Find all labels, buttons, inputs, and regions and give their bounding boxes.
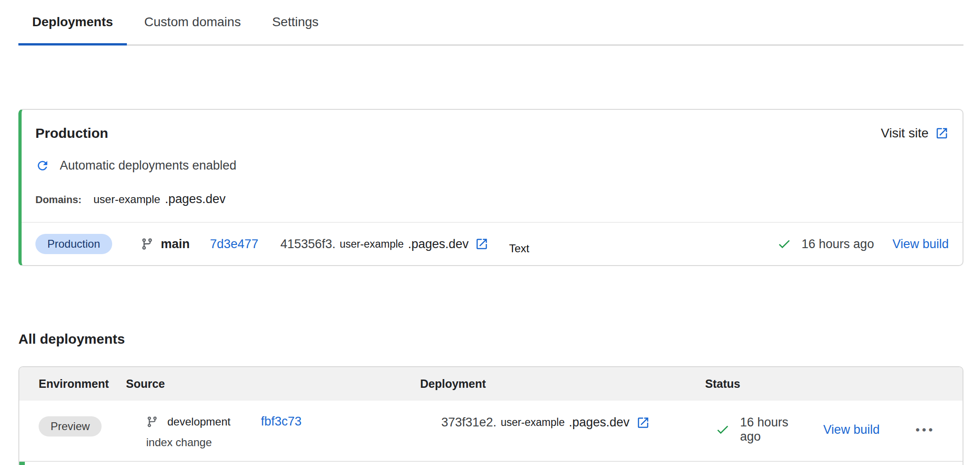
domain-name: user-example: [93, 193, 160, 206]
table-row: Preview development fbf3c73 index change…: [19, 401, 963, 461]
commit-message: Text: [509, 242, 529, 255]
column-header-source: Source: [126, 377, 420, 391]
column-header-status: Status: [705, 377, 963, 391]
refresh-icon: [35, 159, 50, 173]
column-header-environment: Environment: [39, 377, 126, 391]
tab-bar: Deployments Custom domains Settings: [18, 0, 963, 45]
branch-name: development: [167, 415, 230, 428]
domains-label: Domains:: [35, 194, 81, 206]
deployment-time: 16 hours ago: [740, 415, 789, 444]
environment-badge-production: Production: [35, 234, 112, 254]
next-row-green-accent: [19, 462, 25, 465]
external-link-icon: [935, 126, 949, 140]
git-branch-icon: [146, 416, 158, 428]
deployments-page: Deployments Custom domains Settings Prod…: [0, 0, 980, 465]
production-card: Production Visit site Automatic deployme…: [18, 109, 963, 266]
branch-name: main: [161, 237, 190, 251]
deployment-url-prefix: 415356f3.: [280, 237, 336, 251]
tab-custom-domains[interactable]: Custom domains: [131, 12, 255, 45]
tab-settings[interactable]: Settings: [258, 12, 332, 45]
visit-site-label: Visit site: [881, 126, 929, 141]
production-deployment-row: Production main 7d3e477 415356f3. user-e…: [22, 223, 963, 265]
environment-badge-preview: Preview: [39, 416, 102, 437]
commit-link[interactable]: 7d3e477: [210, 237, 258, 251]
deployments-table: Environment Source Deployment Status Pre…: [18, 366, 963, 465]
deployment-url-name: user-example: [501, 416, 564, 429]
view-build-link[interactable]: View build: [823, 423, 880, 437]
tab-deployments[interactable]: Deployments: [18, 12, 127, 45]
open-deployment-icon[interactable]: [636, 416, 650, 430]
deployment-url-name: user-example: [340, 238, 404, 250]
view-build-link[interactable]: View build: [892, 237, 949, 251]
deployment-url-suffix: .pages.dev: [408, 237, 468, 251]
open-deployment-icon[interactable]: [475, 237, 489, 251]
all-deployments-title: All deployments: [18, 331, 963, 347]
deployment-url-prefix: 373f31e2.: [441, 415, 496, 430]
table-header-row: Environment Source Deployment Status: [19, 367, 963, 401]
visit-site-link[interactable]: Visit site: [881, 126, 949, 141]
commit-message: index change: [146, 436, 420, 449]
deployment-url-suffix: .pages.dev: [569, 415, 629, 430]
next-row-peek: [19, 462, 963, 465]
success-check-icon: [715, 422, 730, 437]
domain-suffix: .pages.dev: [165, 192, 226, 206]
git-branch-icon: [141, 238, 154, 250]
column-header-deployment: Deployment: [420, 377, 705, 391]
production-card-title: Production: [35, 125, 108, 141]
more-options-icon[interactable]: •••: [916, 423, 935, 437]
success-check-icon: [777, 237, 792, 251]
auto-deployments-text: Automatic deployments enabled: [60, 159, 236, 173]
deployment-time: 16 hours ago: [802, 237, 874, 251]
commit-link[interactable]: fbf3c73: [261, 414, 302, 429]
